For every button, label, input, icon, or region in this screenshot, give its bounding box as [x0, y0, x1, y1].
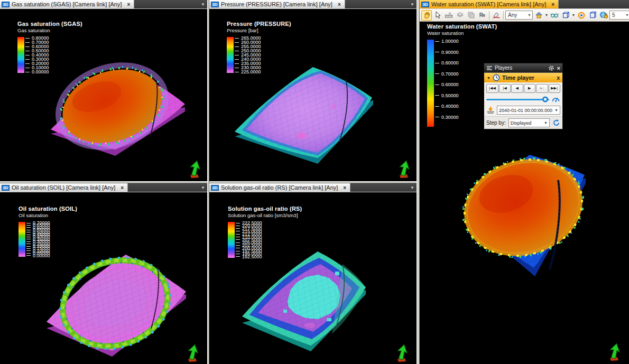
panel-pressure: 3D Pressure (PRESSURE) [Camera link] [An… [209, 0, 417, 181]
close-players-icon[interactable]: × [557, 66, 560, 71]
tab-oil-saturation[interactable]: 3D Oil saturation (SOIL) [Camera link] [… [0, 183, 128, 192]
players-panel: Players × ▼ Time player [484, 63, 563, 129]
tab-water-saturation[interactable]: 3D Water saturation (SWAT) [Camera link]… [420, 0, 559, 8]
view-cube-dropdown[interactable]: ▼ [571, 13, 576, 17]
3d-view-icon: 3D [421, 2, 429, 7]
panel-solution-gas-oil-ratio: 3D Solution gas-oil ratio (RS) [Camera l… [209, 183, 417, 364]
vertical-splitter[interactable] [417, 0, 420, 364]
view-cube-button[interactable] [560, 10, 571, 21]
gear-icon[interactable] [548, 65, 554, 71]
north-arrow-icon [188, 160, 202, 179]
layers-button[interactable] [455, 10, 465, 21]
legend-subtitle: Oil saturation [18, 212, 77, 218]
viewport-rs[interactable]: Solution gas-oil ratio (RS) Solution gas… [209, 192, 417, 364]
chevron-down-icon: ▼ [624, 13, 629, 17]
tab-list-dropdown[interactable]: ▼ [408, 183, 417, 192]
north-arrow-icon [608, 343, 622, 362]
viewport-sgas[interactable]: Gas saturation (SGAS) Gas saturation 0.8… [0, 9, 207, 181]
skip-to-end-button[interactable]: ▶▶| [549, 84, 561, 93]
close-tab-icon[interactable]: × [343, 185, 346, 191]
timestep-combo[interactable]: 2040-01-01 00:00:00.000 ▼ [497, 106, 560, 115]
zoom-box-button[interactable] [587, 10, 598, 21]
viewport-pressure[interactable]: Pressure (PRESSURE) Pressure [bar] 265.0… [209, 9, 417, 181]
collapse-caret-icon[interactable]: ▼ [487, 76, 491, 80]
copy-view-button[interactable] [466, 10, 476, 21]
legend-tick: 0.60000 [435, 82, 459, 87]
layers-icon [456, 11, 464, 19]
world-lock-button[interactable] [598, 10, 609, 21]
horizontal-splitter[interactable] [209, 181, 417, 183]
clock-icon [493, 74, 500, 81]
transport-controls: |◀◀|◀◀▶▶|▶▶| [486, 84, 560, 93]
close-tab-icon[interactable]: × [338, 2, 341, 7]
time-player-header[interactable]: ▼ Time player x [484, 72, 562, 82]
panel-oil-saturation: 3D Oil saturation (SOIL) [Camera link] [… [0, 183, 207, 364]
pan-tool-icon [423, 11, 431, 19]
tab-gas-saturation[interactable]: 3D Gas saturation (SGAS) [Camera link] [… [0, 0, 134, 8]
tab-list-dropdown[interactable]: ▼ [199, 183, 207, 192]
time-player-body: |◀◀|◀◀▶▶|▶▶| [484, 82, 562, 129]
step-backward-button[interactable]: |◀ [499, 84, 511, 93]
home-view-button[interactable] [533, 10, 544, 21]
3d-view-icon: 3D [211, 185, 219, 191]
orbit-center-button[interactable] [576, 10, 587, 21]
rr-views-icon: RR [479, 12, 485, 18]
pan-tool-button[interactable] [421, 10, 432, 21]
select-cursor-button[interactable] [432, 10, 443, 21]
rr-views-button[interactable]: RR [477, 10, 487, 21]
color-scale-bar [17, 37, 24, 73]
tab-title: Oil saturation (SOIL) [Camera link] [Any… [12, 184, 115, 191]
legend-ticks: 1.000000.900000.800000.700000.600000.500… [435, 40, 472, 127]
select-cursor-icon [434, 11, 442, 19]
time-slider[interactable] [486, 99, 549, 100]
chevron-down-icon: ▼ [554, 108, 558, 112]
time-slider-thumb[interactable] [542, 97, 548, 102]
viewport-swat[interactable]: Water saturation (SWAT) Water saturation… [420, 22, 629, 364]
view-filter-combo[interactable]: Any ▼ [505, 11, 533, 20]
close-time-player-icon[interactable]: x [557, 75, 560, 81]
step-forward-button[interactable]: ▶| [536, 84, 548, 93]
svg-text:d: d [449, 12, 450, 15]
application-window: 3D Gas saturation (SGAS) [Camera link] [… [0, 0, 629, 364]
horizontal-splitter[interactable] [0, 181, 207, 183]
time-slider-row [486, 94, 560, 105]
legend-title: Solution gas-oil ratio (RS) [228, 206, 302, 212]
panel-water-saturation: 3D Water saturation (SWAT) [Camera link]… [420, 0, 629, 364]
apply-timestep-icon[interactable] [486, 106, 495, 114]
step-by-value: Displayed [511, 120, 532, 126]
legend-soil: Oil saturation (SOIL) Oil saturation 0.7… [18, 206, 77, 257]
skip-to-start-button[interactable]: |◀◀ [486, 84, 498, 93]
refresh-icon[interactable] [552, 119, 560, 127]
stereo-glasses-button[interactable] [549, 10, 560, 21]
legend-ticks: 0.700000.650000.600000.550000.500000.450… [26, 222, 63, 257]
close-tab-icon[interactable]: × [551, 2, 554, 7]
play-forward-button[interactable]: ▶ [524, 84, 536, 93]
step-by-combo[interactable]: Displayed ▼ [508, 118, 550, 127]
close-tab-icon[interactable]: × [121, 185, 124, 191]
view-toolbar: d RR [420, 9, 629, 22]
players-titlebar[interactable]: Players × [484, 63, 562, 72]
north-arrow-icon [395, 344, 409, 363]
measure-distance-button[interactable]: d [443, 10, 454, 21]
timestep-value: 2040-01-01 00:00:00.000 [499, 108, 552, 113]
play-backward-button[interactable]: ◀ [511, 84, 523, 93]
tabbar-sgas: 3D Gas saturation (SGAS) [Camera link] [… [0, 0, 207, 9]
home-view-dropdown[interactable]: ▼ [544, 13, 549, 17]
tab-solution-gas-oil-ratio[interactable]: 3D Solution gas-oil ratio (RS) [Camera l… [209, 183, 350, 192]
chevron-down-icon: ▼ [544, 121, 548, 125]
orbit-center-icon [577, 11, 586, 20]
legend-tick: 0.80000 [435, 61, 459, 65]
step-by-row: Step by: Displayed ▼ [484, 116, 562, 129]
playback-speed-icon[interactable] [551, 95, 560, 104]
close-tab-icon[interactable]: × [127, 2, 130, 7]
tab-list-dropdown[interactable]: ▼ [199, 0, 207, 8]
home-view-icon [535, 11, 543, 19]
zoom-box-icon [589, 11, 597, 19]
timestep-row: 2040-01-01 00:00:00.000 ▼ [486, 106, 560, 115]
tab-list-dropdown[interactable]: ▼ [408, 0, 417, 8]
frame-count-combo[interactable]: 5 ▼ [609, 11, 629, 20]
viewport-soil[interactable]: Oil saturation (SOIL) Oil saturation 0.7… [0, 192, 207, 364]
set-camera-button[interactable] [491, 10, 502, 21]
tab-pressure[interactable]: 3D Pressure (PRESSURE) [Camera link] [An… [209, 0, 345, 8]
legend-ticks: 222.5000220.0000217.5000215.0000212.5000… [236, 222, 273, 258]
